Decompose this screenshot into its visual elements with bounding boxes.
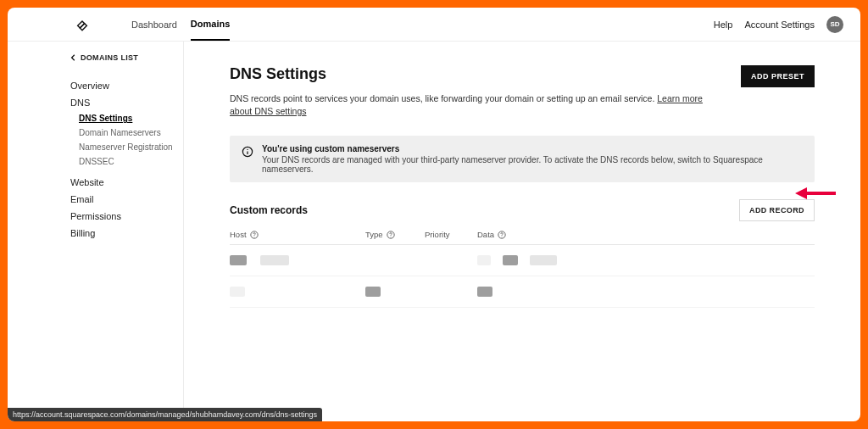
help-icon[interactable]: [387, 231, 395, 239]
back-to-domains-list[interactable]: DOMAINS LIST: [70, 53, 183, 62]
table-row[interactable]: [230, 276, 815, 308]
col-host-label: Host: [230, 230, 247, 239]
nav-left: Dashboard Domains: [131, 8, 230, 41]
sidebar-item-dns[interactable]: DNS: [70, 94, 183, 111]
svg-marker-9: [795, 187, 807, 199]
custom-records-header: Custom records ADD RECORD: [230, 199, 815, 221]
sidebar-item-dnssec[interactable]: DNSSEC: [79, 154, 183, 169]
nav-domains[interactable]: Domains: [191, 8, 230, 41]
col-data-label: Data: [477, 230, 494, 239]
nav-right: Help Account Settings SD: [714, 16, 843, 33]
col-data: Data: [477, 230, 815, 239]
sidebar-item-domain-nameservers[interactable]: Domain Nameservers: [79, 125, 183, 140]
col-priority-label: Priority: [425, 230, 450, 239]
nav-dashboard[interactable]: Dashboard: [131, 8, 177, 41]
nav-help[interactable]: Help: [714, 20, 733, 30]
app-frame: Dashboard Domains Help Account Settings …: [8, 8, 860, 421]
sidebar-group: Overview DNS DNS Settings Domain Nameser…: [70, 77, 183, 242]
table-row[interactable]: [230, 245, 815, 276]
col-type: Type: [365, 230, 425, 239]
records-table-head: Host Type Priority Data: [230, 230, 815, 245]
page-title: DNS Settings: [230, 65, 326, 83]
notice-body: Your DNS records are managed with your t…: [262, 155, 803, 174]
help-icon[interactable]: [250, 231, 259, 239]
logo-icon[interactable]: [75, 18, 89, 31]
back-label: DOMAINS LIST: [81, 53, 138, 62]
custom-records-title: Custom records: [230, 204, 308, 216]
chevron-left-icon: [70, 54, 77, 61]
help-icon[interactable]: [498, 231, 506, 239]
status-url-bar: https://account.squarespace.com/domains/…: [8, 408, 322, 421]
add-preset-button[interactable]: ADD PRESET: [741, 65, 815, 87]
sidebar: DOMAINS LIST Overview DNS DNS Settings D…: [8, 42, 184, 421]
nav-account-settings[interactable]: Account Settings: [744, 20, 815, 30]
page-description: DNS records point to services your domai…: [230, 92, 704, 117]
col-host: Host: [230, 230, 365, 239]
notice-text: You're using custom nameservers Your DNS…: [262, 144, 803, 174]
sidebar-item-permissions[interactable]: Permissions: [70, 208, 183, 225]
svg-point-5: [390, 237, 391, 237]
svg-point-1: [247, 149, 248, 150]
sidebar-item-email[interactable]: Email: [70, 191, 183, 208]
info-icon: [242, 146, 253, 158]
sidebar-item-overview[interactable]: Overview: [70, 77, 183, 94]
sidebar-item-nameserver-registration[interactable]: Nameserver Registration: [79, 140, 183, 154]
title-row: DNS Settings ADD PRESET: [230, 65, 815, 87]
sidebar-subgroup-dns: DNS Settings Domain Nameservers Nameserv…: [70, 111, 183, 169]
main-content: DNS Settings ADD PRESET DNS records poin…: [184, 42, 860, 421]
sidebar-item-dns-settings[interactable]: DNS Settings: [79, 111, 183, 125]
annotation-arrow-icon: [795, 185, 836, 205]
notice-title: You're using custom nameservers: [262, 144, 803, 153]
top-nav: Dashboard Domains Help Account Settings …: [8, 8, 860, 42]
records-table: Host Type Priority Data: [230, 230, 815, 308]
sidebar-item-website[interactable]: Website: [70, 174, 183, 191]
desc-text: DNS records point to services your domai…: [230, 93, 657, 103]
avatar[interactable]: SD: [826, 16, 843, 33]
body: DOMAINS LIST Overview DNS DNS Settings D…: [8, 42, 860, 421]
svg-point-7: [502, 237, 503, 237]
sidebar-item-billing[interactable]: Billing: [70, 225, 183, 242]
col-type-label: Type: [365, 230, 383, 239]
custom-nameservers-notice: You're using custom nameservers Your DNS…: [230, 136, 815, 182]
svg-point-3: [253, 237, 254, 237]
col-priority: Priority: [425, 230, 477, 239]
